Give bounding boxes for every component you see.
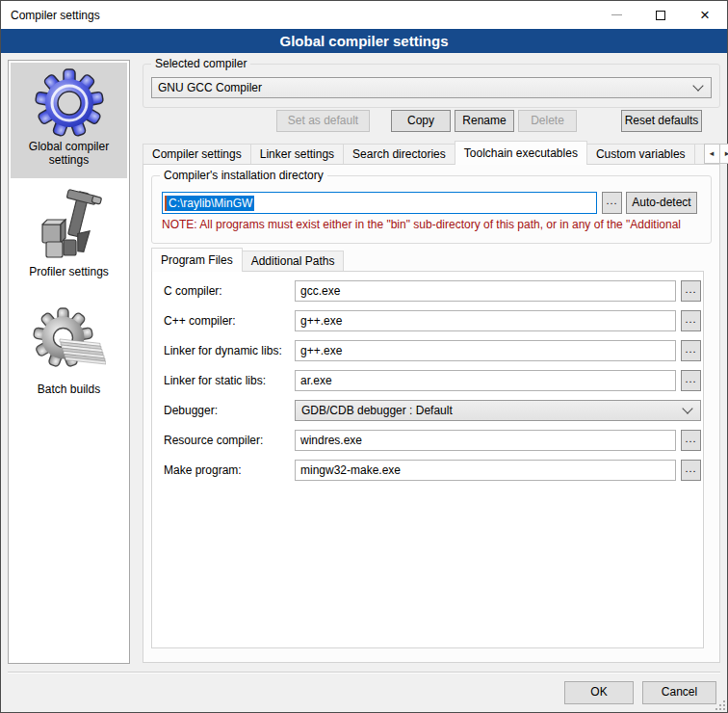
cpp-compiler-label: C++ compiler: bbox=[164, 310, 236, 331]
sidebar-item-global-compiler-settings[interactable]: Global compiler settings bbox=[11, 63, 127, 178]
footer-divider bbox=[8, 672, 720, 673]
blue-gear-icon bbox=[35, 68, 104, 138]
cancel-button[interactable]: Cancel bbox=[642, 681, 716, 704]
make-program-label: Make program: bbox=[164, 460, 242, 481]
sidebar-item-batch-builds[interactable]: Batch builds bbox=[11, 302, 127, 398]
installation-directory-group: Compiler's installation directory C:\ray… bbox=[151, 175, 712, 244]
selected-compiler-group-label: Selected compiler bbox=[151, 57, 250, 70]
c-compiler-browse-button[interactable]: ... bbox=[681, 280, 701, 302]
debugger-dropdown[interactable]: GDB/CDB debugger : Default bbox=[295, 400, 701, 421]
selected-compiler-dropdown[interactable]: GNU GCC Compiler bbox=[151, 77, 712, 98]
chevron-down-icon bbox=[682, 403, 692, 413]
linker-static-input[interactable] bbox=[295, 370, 676, 391]
make-program-browse-button[interactable]: ... bbox=[681, 460, 701, 481]
sidebar-item-label: Global compiler settings bbox=[11, 140, 127, 171]
cpp-compiler-browse-button[interactable]: ... bbox=[681, 310, 701, 331]
chevron-down-icon bbox=[692, 80, 703, 91]
compiler-settings-dialog: Compiler settings × Global compiler sett… bbox=[0, 0, 728, 713]
resource-compiler-input[interactable] bbox=[295, 430, 676, 451]
tab-scroll-left-button[interactable]: ◂ bbox=[704, 144, 720, 164]
tab-search-directories[interactable]: Search directories bbox=[343, 144, 455, 165]
toolchain-executables-page: Compiler's installation directory C:\ray… bbox=[143, 164, 720, 663]
resize-grip[interactable] bbox=[715, 700, 725, 710]
maximize-button[interactable] bbox=[638, 1, 683, 29]
program-files-page: C compiler: ... C++ compiler: ... Linker… bbox=[151, 271, 704, 648]
tab-scroll-arrows: ◂ ▸ bbox=[705, 144, 728, 164]
bin-subdirectory-note: NOTE: All programs must exist either in … bbox=[162, 218, 708, 231]
delete-button[interactable]: Delete bbox=[518, 110, 577, 132]
minimize-icon bbox=[611, 14, 622, 15]
titlebar[interactable]: Compiler settings × bbox=[1, 1, 727, 29]
close-button[interactable]: × bbox=[683, 1, 727, 29]
settings-sidebar: Global compiler settings Profiler settin… bbox=[8, 60, 130, 664]
close-icon: × bbox=[700, 7, 710, 23]
resource-compiler-browse-button[interactable]: ... bbox=[681, 430, 701, 451]
debugger-value: GDB/CDB debugger : Default bbox=[301, 401, 678, 420]
rename-button[interactable]: Rename bbox=[455, 110, 514, 132]
maximize-icon bbox=[656, 11, 665, 20]
make-program-input[interactable] bbox=[295, 460, 676, 481]
installation-directory-browse-button[interactable]: ... bbox=[602, 192, 622, 214]
dialog-banner: Global compiler settings bbox=[1, 29, 727, 53]
selected-compiler-group: Selected compiler GNU GCC Compiler bbox=[143, 64, 720, 108]
minimize-button[interactable] bbox=[594, 1, 638, 29]
tab-toolchain-executables[interactable]: Toolchain executables bbox=[455, 141, 587, 165]
main-tabstrip: Compiler settings Linker settings Search… bbox=[143, 142, 720, 165]
linker-dynamic-browse-button[interactable]: ... bbox=[681, 340, 701, 361]
installation-directory-input[interactable]: C:\raylib\MinGW bbox=[162, 192, 597, 214]
linker-dynamic-input[interactable] bbox=[295, 340, 676, 361]
cpp-compiler-input[interactable] bbox=[295, 310, 676, 331]
sidebar-item-profiler-settings[interactable]: Profiler settings bbox=[11, 182, 127, 280]
set-as-default-button[interactable]: Set as default bbox=[276, 110, 370, 132]
arrow-left-icon: ◂ bbox=[710, 148, 715, 158]
reset-defaults-button[interactable]: Reset defaults bbox=[621, 110, 702, 132]
caliper-icon bbox=[35, 188, 104, 263]
compiler-buttons-row: Set as default Copy Rename Delete Reset … bbox=[143, 110, 720, 132]
installation-directory-group-label: Compiler's installation directory bbox=[160, 169, 327, 182]
ok-button[interactable]: OK bbox=[564, 681, 634, 704]
window-controls: × bbox=[594, 1, 727, 29]
auto-detect-button[interactable]: Auto-detect bbox=[626, 192, 697, 214]
c-compiler-label: C compiler: bbox=[164, 280, 222, 302]
tab-additional-paths[interactable]: Additional Paths bbox=[242, 251, 345, 272]
copy-button[interactable]: Copy bbox=[391, 110, 451, 132]
window-title: Compiler settings bbox=[11, 9, 100, 22]
gray-gear-stack-icon bbox=[33, 307, 106, 381]
selected-compiler-value: GNU GCC Compiler bbox=[158, 78, 689, 97]
tab-linker-settings[interactable]: Linker settings bbox=[250, 144, 344, 165]
resource-compiler-label: Resource compiler: bbox=[164, 430, 263, 451]
c-compiler-input[interactable] bbox=[295, 280, 676, 302]
tab-compiler-settings[interactable]: Compiler settings bbox=[143, 144, 251, 165]
tab-custom-variables[interactable]: Custom variables bbox=[586, 144, 695, 165]
linker-static-browse-button[interactable]: ... bbox=[681, 370, 701, 391]
sidebar-item-label: Profiler settings bbox=[11, 265, 127, 282]
linker-dynamic-label: Linker for dynamic libs: bbox=[164, 340, 282, 361]
program-files-tabstrip: Program Files Additional Paths bbox=[151, 249, 343, 272]
installation-directory-value: C:\raylib\MinGW bbox=[167, 196, 254, 211]
tab-program-files[interactable]: Program Files bbox=[151, 248, 243, 272]
tab-scroll-right-button[interactable]: ▸ bbox=[719, 144, 728, 164]
sidebar-item-label: Batch builds bbox=[11, 383, 127, 400]
debugger-label: Debugger: bbox=[164, 400, 218, 421]
linker-static-label: Linker for static libs: bbox=[164, 370, 266, 391]
